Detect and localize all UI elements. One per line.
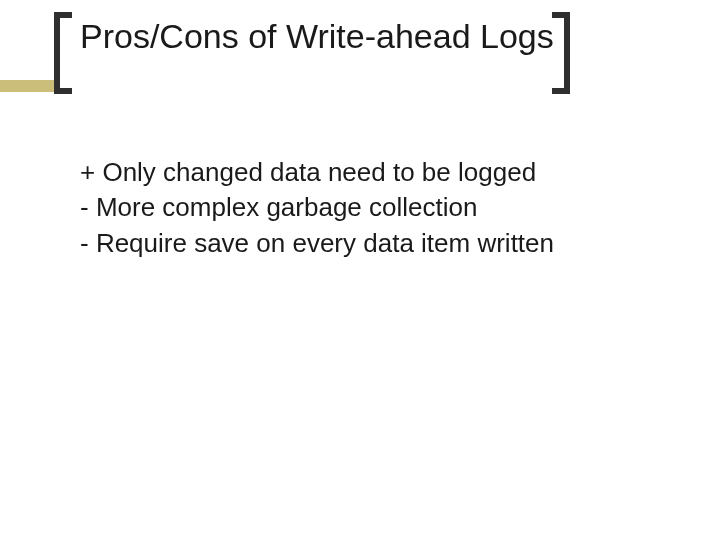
- list-item: - Require save on every data item writte…: [80, 227, 660, 260]
- body-list: + Only changed data need to be logged - …: [80, 156, 660, 262]
- accent-bar: [0, 80, 54, 92]
- list-item: + Only changed data need to be logged: [80, 156, 660, 189]
- title-container: Pros/Cons of Write-ahead Logs: [54, 14, 574, 56]
- list-item: - More complex garbage collection: [80, 191, 660, 224]
- slide-title: Pros/Cons of Write-ahead Logs: [54, 14, 574, 56]
